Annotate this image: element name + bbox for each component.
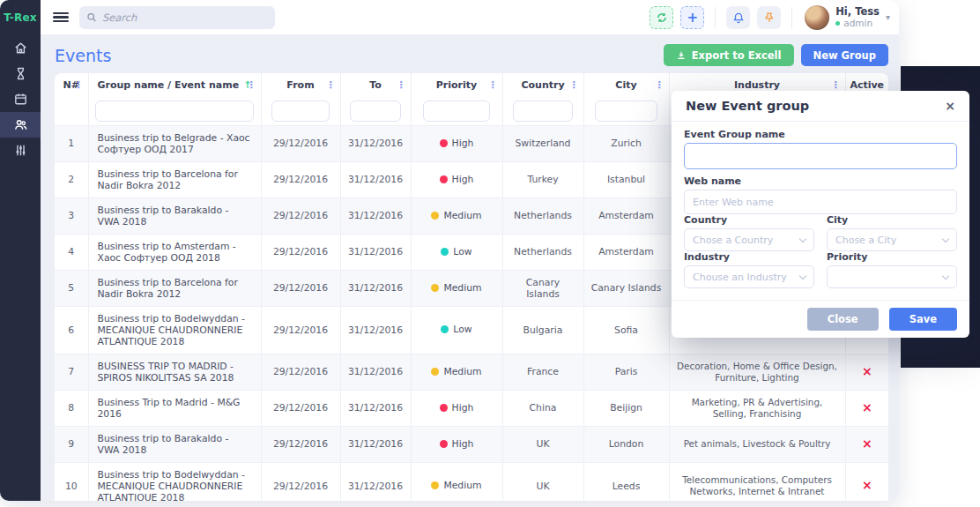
- pin-icon: [763, 11, 776, 24]
- filter-input-city[interactable]: [595, 101, 657, 122]
- chevron-down-icon: [799, 235, 806, 242]
- priority-dot-icon: [431, 212, 439, 220]
- filter-input-country[interactable]: [513, 101, 572, 122]
- cell-industry: Pet animals, Livestock & Poultry: [669, 426, 845, 462]
- calendar-icon: [13, 92, 28, 107]
- country-label: Country: [684, 214, 814, 226]
- avatar: [805, 5, 829, 30]
- column-label: From: [286, 79, 314, 91]
- add-button[interactable]: +: [680, 6, 704, 29]
- cell-city: Beijign: [583, 390, 669, 426]
- user-menu[interactable]: Hi, Tess admin ▾: [803, 5, 890, 30]
- city-select[interactable]: Chose a City: [827, 228, 957, 251]
- delete-x-icon[interactable]: ×: [862, 436, 872, 451]
- column-header-city[interactable]: City⋮: [583, 73, 669, 97]
- search-input[interactable]: [102, 11, 268, 24]
- page-header: Events Export to Excell New Group: [55, 44, 888, 66]
- cell-to-date: 31/12/2016: [340, 426, 411, 462]
- column-menu-icon[interactable]: ⋮: [569, 81, 579, 90]
- column-menu-icon[interactable]: ⋮: [655, 81, 664, 90]
- sidebar-item-calendar[interactable]: [0, 86, 41, 112]
- column-header-from[interactable]: From⋮: [261, 73, 340, 97]
- delete-x-icon[interactable]: ×: [862, 478, 872, 492]
- cell-active: ×: [845, 462, 888, 501]
- topbar: + Hi, Tess admin ▾: [41, 0, 899, 35]
- save-button[interactable]: Save: [889, 308, 957, 331]
- column-menu-icon[interactable]: ⋮: [488, 81, 498, 90]
- cell-event-name: BUSINESS TRIP TO MADRID - SPIROS NIKOLIT…: [88, 354, 261, 390]
- cell-from-date: 29/12/2016: [261, 426, 340, 462]
- cell-number: 7: [55, 354, 88, 390]
- modal-header: New Event group ×: [672, 91, 969, 122]
- cell-event-name: Business trip to Amsterdam - Хаос Софтуе…: [88, 234, 261, 270]
- cell-city: Canary Islands: [583, 270, 669, 306]
- priority-label: Low: [453, 246, 471, 257]
- column-menu-icon[interactable]: ⋮: [831, 81, 841, 90]
- new-group-button[interactable]: New Group: [801, 44, 888, 66]
- filter-input-from[interactable]: [271, 101, 330, 122]
- filter-input-priority[interactable]: [423, 101, 490, 122]
- cell-number: 10: [55, 462, 88, 501]
- column-menu-icon[interactable]: ⋮: [247, 81, 256, 90]
- cell-country: China: [502, 390, 583, 426]
- filter-input-to[interactable]: [350, 101, 401, 122]
- filter-cell-from: [261, 97, 340, 125]
- modal-close-icon[interactable]: ×: [945, 99, 955, 113]
- search-box[interactable]: [79, 6, 275, 29]
- filter-input-name[interactable]: [95, 101, 253, 122]
- cell-from-date: 29/12/2016: [261, 306, 340, 354]
- close-button[interactable]: Close: [807, 308, 879, 331]
- delete-x-icon[interactable]: ×: [862, 364, 872, 378]
- column-menu-icon[interactable]: ⋮: [326, 81, 336, 90]
- modal-body: Event Group name Web name Country Chose …: [672, 122, 969, 300]
- column-label: Priority: [436, 79, 477, 91]
- column-label: Country: [521, 79, 564, 91]
- column-header-priority[interactable]: Priority⋮: [411, 73, 502, 97]
- cell-priority: High: [411, 125, 502, 161]
- page-title: Events: [55, 46, 111, 65]
- pin-button[interactable]: [757, 6, 781, 29]
- cell-priority: Low: [411, 306, 502, 354]
- column-header-name[interactable]: Group name / Event name↑⋮: [88, 73, 261, 97]
- cell-to-date: 31/12/2016: [340, 198, 411, 234]
- cell-from-date: 29/12/2016: [261, 161, 340, 198]
- filter-cell-country: [502, 97, 583, 125]
- new-event-group-modal: New Event group × Event Group name Web n…: [672, 91, 969, 338]
- priority-label: High: [452, 402, 474, 414]
- cell-event-name: Business Trip to Madrid - M&G 2016: [88, 390, 261, 426]
- priority-select[interactable]: [827, 265, 957, 288]
- cell-city: Zurich: [583, 125, 669, 161]
- modal-title: New Event group: [686, 99, 809, 113]
- priority-dot-icon: [431, 284, 439, 292]
- delete-x-icon[interactable]: ×: [862, 400, 872, 414]
- hamburger-menu-icon[interactable]: [53, 12, 69, 23]
- sidebar-item-hourglass[interactable]: [0, 61, 41, 86]
- column-menu-icon[interactable]: ⋮: [397, 81, 406, 90]
- sidebar-item-home[interactable]: [0, 35, 41, 61]
- event-group-name-input[interactable]: [684, 143, 957, 169]
- sidebar-item-settings[interactable]: [0, 138, 41, 163]
- export-to-excel-button[interactable]: Export to Excell: [664, 44, 794, 66]
- priority-label: Medium: [443, 366, 481, 377]
- cell-priority: High: [411, 161, 502, 198]
- cell-event-name: Business trip to Bodelwyddan - MECANIQUE…: [88, 462, 261, 501]
- column-label: Industry: [734, 79, 780, 91]
- cell-number: 2: [55, 161, 88, 198]
- priority-badge: Medium: [431, 210, 481, 221]
- sidebar-item-users[interactable]: [0, 112, 41, 138]
- topbar-actions: + Hi, Tess admin ▾: [650, 5, 890, 30]
- refresh-button[interactable]: [650, 6, 673, 29]
- column-header-to[interactable]: To⋮: [340, 73, 411, 97]
- chevron-down-icon: [942, 235, 949, 242]
- industry-select[interactable]: Chouse an Industry: [684, 265, 814, 288]
- notifications-button[interactable]: [726, 6, 750, 29]
- sidebar-nav: [0, 35, 41, 163]
- column-header-country[interactable]: Country⋮: [502, 73, 583, 97]
- column-header-n[interactable]: N#⋮: [55, 73, 88, 97]
- cell-city: Amsterdam: [583, 234, 669, 270]
- column-menu-icon[interactable]: ⋮: [74, 81, 84, 90]
- web-name-input[interactable]: [684, 190, 957, 214]
- cell-from-date: 29/12/2016: [261, 125, 340, 161]
- country-select[interactable]: Chose a Country: [684, 228, 814, 251]
- cell-priority: Medium: [411, 198, 502, 234]
